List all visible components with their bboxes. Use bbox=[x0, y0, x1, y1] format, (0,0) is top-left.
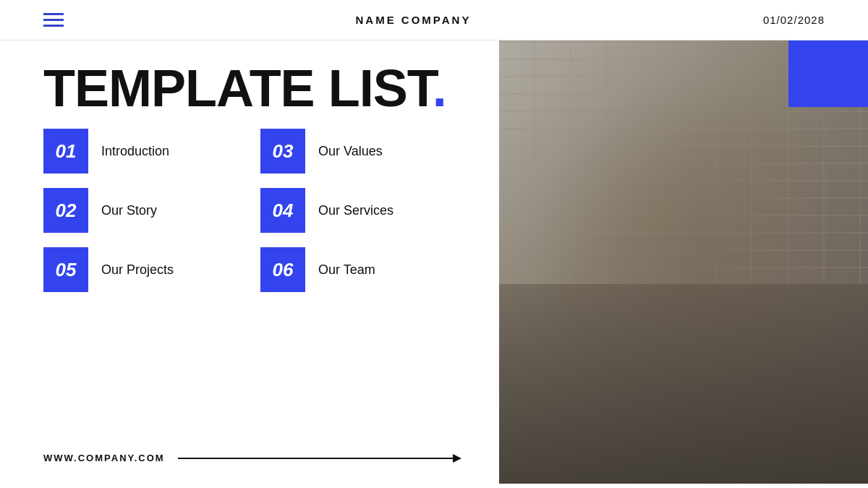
right-panel bbox=[499, 40, 868, 484]
page-title-text: TEMPLATE LIST bbox=[43, 59, 433, 117]
num-01: 01 bbox=[56, 140, 77, 163]
item-label-04: Our Services bbox=[318, 203, 393, 218]
num-02: 02 bbox=[56, 200, 77, 222]
num-box-05: 05 bbox=[43, 247, 88, 292]
hamburger-line-3 bbox=[43, 25, 64, 27]
list-item-03: 03 Our Values bbox=[260, 129, 456, 174]
item-label-03: Our Values bbox=[318, 144, 383, 159]
blue-accent-rect bbox=[788, 40, 868, 107]
item-label-05: Our Projects bbox=[101, 262, 174, 278]
main-content: TEMPLATE LIST. 01 Introduction 03 Our Va… bbox=[0, 40, 868, 484]
list-item-06: 06 Our Team bbox=[260, 247, 456, 292]
num-box-03: 03 bbox=[260, 129, 305, 174]
num-03: 03 bbox=[273, 140, 294, 163]
title-dot: . bbox=[433, 59, 446, 117]
header-date: 01/02/2028 bbox=[763, 14, 825, 26]
company-name: NAME COMPANY bbox=[356, 14, 472, 26]
num-05: 05 bbox=[56, 259, 77, 281]
hamburger-menu[interactable] bbox=[43, 13, 64, 27]
hamburger-line-2 bbox=[43, 19, 64, 21]
list-item-02: 02 Our Story bbox=[43, 188, 239, 233]
left-panel: TEMPLATE LIST. 01 Introduction 03 Our Va… bbox=[0, 40, 499, 484]
num-box-02: 02 bbox=[43, 188, 88, 233]
num-box-04: 04 bbox=[260, 188, 305, 233]
footer-url: WWW.COMPANY.COM bbox=[43, 453, 165, 463]
template-list: 01 Introduction 03 Our Values 02 Our Sto… bbox=[43, 129, 456, 292]
num-06: 06 bbox=[273, 259, 294, 281]
num-box-01: 01 bbox=[43, 129, 88, 174]
item-label-06: Our Team bbox=[318, 262, 375, 278]
footer-line bbox=[178, 458, 456, 459]
item-label-01: Introduction bbox=[101, 144, 169, 159]
list-item-05: 05 Our Projects bbox=[43, 247, 239, 292]
num-box-06: 06 bbox=[260, 247, 305, 292]
num-04: 04 bbox=[273, 200, 294, 222]
page-title: TEMPLATE LIST. bbox=[43, 62, 456, 114]
header: NAME COMPANY 01/02/2028 bbox=[0, 0, 868, 40]
rebar-area bbox=[499, 284, 868, 484]
list-item-01: 01 Introduction bbox=[43, 129, 239, 174]
item-label-02: Our Story bbox=[101, 203, 157, 218]
hamburger-line-1 bbox=[43, 13, 64, 15]
list-item-04: 04 Our Services bbox=[260, 188, 456, 233]
construction-photo bbox=[499, 40, 868, 484]
footer-bar: WWW.COMPANY.COM bbox=[43, 445, 456, 469]
